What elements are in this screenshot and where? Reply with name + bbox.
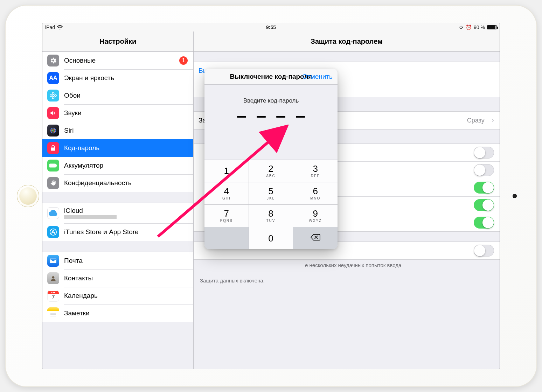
svg-point-2 [52, 97, 54, 99]
svg-rect-8 [49, 163, 56, 167]
sidebar-item-label: Заметки [64, 309, 188, 317]
sidebar-item-passcode[interactable]: Код-пароль [42, 139, 193, 157]
toggle-switch[interactable] [474, 199, 494, 211]
numeric-keypad: 1 2ABC 3DEF 4GHI 5JKL 6MNO 7PQRS 8TUV 9W… [204, 160, 338, 249]
sidebar-item-privacy[interactable]: Конфиденциальность [42, 174, 193, 192]
sidebar-item-label: Звуки [64, 109, 188, 117]
sidebar-item-label: Почта [64, 257, 188, 265]
status-bar: iPad 9:55 ⟳ ⏰ 90 % [42, 23, 500, 31]
toggle-switch[interactable] [474, 164, 494, 176]
sidebar-item-label: Экран и яркость [64, 74, 188, 82]
gear-icon [47, 55, 59, 66]
key-0[interactable]: 0 [249, 227, 293, 249]
carrier-text: iPad [45, 24, 55, 30]
keypad-title: Выключение код-пароля [230, 73, 312, 80]
sidebar-item-display[interactable]: AA Экран и яркость [42, 69, 193, 87]
key-6[interactable]: 6MNO [293, 182, 338, 204]
data-protection-footer: Защита данных включена. [194, 275, 500, 286]
sidebar-item-general[interactable]: Основные 1 [42, 52, 193, 69]
sidebar-item-notes[interactable]: Заметки [42, 304, 193, 322]
mail-icon [47, 255, 59, 267]
key-backspace[interactable] [293, 227, 338, 249]
sidebar-item-label: Конфиденциальность [64, 179, 188, 187]
svg-point-7 [53, 130, 54, 131]
keypad-prompt: Введите код-пароль [204, 97, 338, 104]
icloud-icon [47, 207, 59, 219]
keypad-header: Выключение код-пароля Отменить [204, 69, 338, 85]
svg-point-1 [52, 92, 54, 94]
lock-icon [47, 142, 59, 154]
cancel-button[interactable]: Отменить [302, 69, 333, 84]
sidebar-item-label: iCloud [64, 207, 117, 215]
key-5[interactable]: 5JKL [249, 182, 293, 204]
pin-slot [296, 116, 305, 118]
sidebar-item-icloud[interactable]: iCloud [42, 203, 193, 223]
sidebar-item-wallpaper[interactable]: Обои [42, 87, 193, 104]
key-9[interactable]: 9WXYZ [293, 204, 338, 227]
screen: iPad 9:55 ⟳ ⏰ 90 % Настройки Защита код-… [42, 23, 500, 369]
alarm-icon: ⏰ [466, 24, 472, 30]
sidebar-item-label: Основные [64, 57, 174, 64]
key-8[interactable]: 8TUV [249, 204, 293, 227]
sidebar-item-siri[interactable]: Siri [42, 122, 193, 139]
sidebar-item-appstore[interactable]: iTunes Store и App Store [42, 223, 193, 241]
toggle-switch[interactable] [474, 182, 494, 194]
svg-point-11 [52, 276, 55, 279]
speaker-icon [47, 107, 59, 119]
chevron-right-icon: › [492, 116, 494, 125]
wifi-icon [57, 25, 63, 29]
flower-icon [47, 90, 59, 102]
notes-icon [47, 307, 59, 319]
toggle-switch[interactable] [474, 217, 494, 229]
key-1[interactable]: 1 [204, 160, 249, 182]
sidebar-item-label: Код-пароль [64, 144, 188, 152]
sidebar-item-label: iTunes Store и App Store [64, 228, 188, 236]
key-4[interactable]: 4GHI [204, 182, 249, 204]
detail-title: Защита код-паролем [194, 31, 500, 51]
backspace-icon [310, 233, 321, 243]
hand-icon [47, 177, 59, 189]
erase-footer-text: е нескольких неудачных попыток ввода [194, 260, 500, 270]
sidebar-title: Настройки [42, 31, 194, 51]
sidebar-item-battery[interactable]: Аккумулятор [42, 157, 193, 174]
row-value: Сразу [467, 117, 485, 124]
sidebar-item-label: Siri [64, 127, 188, 134]
siri-icon [47, 125, 59, 136]
appstore-icon [47, 226, 59, 238]
toggle-switch[interactable] [474, 147, 494, 159]
sidebar-item-label: Календарь [64, 292, 188, 300]
settings-sidebar[interactable]: Основные 1 AA Экран и яркость Обои [42, 52, 194, 369]
sidebar-item-sounds[interactable]: Звуки [42, 104, 193, 122]
toggle-switch[interactable] [474, 245, 494, 257]
sidebar-item-label: Обои [64, 92, 188, 99]
sidebar-item-label: Аккумулятор [64, 162, 188, 169]
key-7[interactable]: 7PQRS [204, 204, 249, 227]
notification-badge: 1 [179, 56, 188, 65]
contacts-icon [47, 272, 59, 284]
home-button[interactable] [17, 185, 39, 207]
sidebar-item-contacts[interactable]: Контакты [42, 270, 193, 287]
icloud-account-redacted [64, 215, 117, 219]
title-bar: Настройки Защита код-паролем [42, 31, 500, 52]
ipad-device-frame: iPad 9:55 ⟳ ⏰ 90 % Настройки Защита код-… [6, 6, 536, 386]
calendar-icon: ●●● 7 [47, 290, 59, 302]
pin-slot [237, 116, 246, 118]
sidebar-item-calendar[interactable]: ●●● 7 Календарь [42, 287, 193, 304]
aa-icon: AA [47, 72, 59, 84]
pin-slot [276, 116, 285, 118]
clock-text: 9:55 [266, 24, 276, 30]
svg-point-6 [51, 129, 55, 132]
key-3[interactable]: 3DEF [293, 160, 338, 182]
sidebar-item-label: Контакты [64, 274, 188, 282]
key-blank [204, 227, 249, 249]
front-camera [513, 194, 517, 198]
sidebar-item-mail[interactable]: Почта [42, 252, 193, 270]
svg-rect-9 [56, 164, 57, 167]
battery-icon [47, 160, 59, 172]
pin-slot [257, 116, 266, 118]
battery-icon [487, 25, 497, 29]
key-2[interactable]: 2ABC [249, 160, 293, 182]
rotation-lock-icon: ⟳ [459, 24, 464, 30]
passcode-keypad-sheet: Выключение код-пароля Отменить Введите к… [204, 69, 338, 249]
svg-point-4 [55, 94, 57, 97]
